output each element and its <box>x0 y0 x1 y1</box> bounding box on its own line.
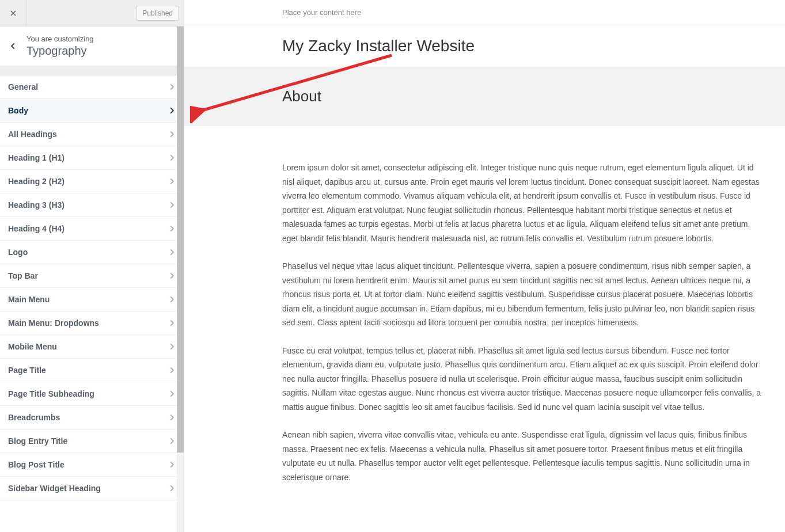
body-paragraph: Lorem ipsum dolor sit amet, consectetur … <box>282 161 762 245</box>
chevron-right-icon <box>168 248 176 256</box>
menu-item-label: Page Title Subheading <box>8 389 94 398</box>
scrollbar-thumb[interactable] <box>177 26 184 453</box>
site-title: My Zacky Installer Website <box>184 25 785 67</box>
menu-item-heading-2-h2[interactable]: Heading 2 (H2) <box>0 170 184 193</box>
sidebar-header: You are customizing Typography <box>0 26 184 66</box>
content-placeholder: Place your content here <box>184 0 785 25</box>
body-paragraph: Aenean nibh sapien, viverra vitae conval… <box>282 428 762 484</box>
menu-item-breadcrumbs[interactable]: Breadcrumbs <box>0 406 184 430</box>
menu-item-label: Body <box>8 106 28 115</box>
close-icon <box>9 9 18 18</box>
chevron-right-icon <box>168 366 176 374</box>
menu-item-top-bar[interactable]: Top Bar <box>0 264 184 288</box>
menu-item-blog-entry-title[interactable]: Blog Entry Title <box>0 430 184 453</box>
menu-item-page-title[interactable]: Page Title <box>0 359 184 382</box>
menu-item-label: General <box>8 82 38 92</box>
menu-item-label: Heading 4 (H4) <box>8 224 65 233</box>
chevron-right-icon <box>168 390 176 398</box>
menu-item-label: Breadcrumbs <box>8 413 60 422</box>
chevron-right-icon <box>168 107 176 115</box>
chevron-right-icon <box>168 83 176 91</box>
menu-item-main-menu-dropdowns[interactable]: Main Menu: Dropdowns <box>0 311 184 335</box>
publish-status-button[interactable]: Published <box>136 6 179 21</box>
menu-item-heading-4-h4[interactable]: Heading 4 (H4) <box>0 217 184 241</box>
menu-item-label: All Headings <box>8 130 57 139</box>
menu-item-label: Heading 3 (H3) <box>8 200 65 210</box>
menu-item-label: Main Menu: Dropdowns <box>8 318 99 328</box>
chevron-right-icon <box>168 437 176 445</box>
chevron-right-icon <box>168 154 176 162</box>
back-button[interactable] <box>0 42 26 50</box>
menu-item-label: Blog Entry Title <box>8 436 67 446</box>
menu-item-heading-1-h1[interactable]: Heading 1 (H1) <box>0 146 184 170</box>
scrollbar-track[interactable] <box>177 26 184 532</box>
chevron-right-icon <box>168 413 176 421</box>
chevron-right-icon <box>168 177 176 185</box>
chevron-right-icon <box>168 461 176 469</box>
body-paragraph: Fusce eu erat volutpat, tempus tellus et… <box>282 344 762 415</box>
menu-item-page-title-subheading[interactable]: Page Title Subheading <box>0 382 184 406</box>
menu-item-label: Main Menu <box>8 295 50 304</box>
chevron-right-icon <box>168 201 176 209</box>
sidebar-topbar: Published <box>0 0 184 26</box>
menu-item-label: Heading 2 (H2) <box>8 177 65 186</box>
body-content: Lorem ipsum dolor sit amet, consectetur … <box>184 126 785 521</box>
menu-item-label: Heading 1 (H1) <box>8 153 65 162</box>
menu-item-general[interactable]: General <box>0 75 184 99</box>
chevron-right-icon <box>168 130 176 138</box>
menu-item-label: Page Title <box>8 366 46 375</box>
sidebar-spacer <box>0 66 184 75</box>
menu-item-mobile-menu[interactable]: Mobile Menu <box>0 335 184 359</box>
menu-item-logo[interactable]: Logo <box>0 241 184 264</box>
menu-item-all-headings[interactable]: All Headings <box>0 123 184 146</box>
chevron-right-icon <box>168 225 176 233</box>
chevron-left-icon <box>9 42 17 50</box>
chevron-right-icon <box>168 319 176 327</box>
close-button[interactable] <box>0 0 26 26</box>
menu-item-label: Blog Post Title <box>8 460 65 469</box>
menu-item-label: Mobile Menu <box>8 342 57 351</box>
menu-item-label: Top Bar <box>8 271 38 280</box>
preview-pane: Place your content here My Zacky Install… <box>184 0 785 532</box>
menu-item-label: Logo <box>8 248 28 257</box>
menu-item-heading-3-h3[interactable]: Heading 3 (H3) <box>0 193 184 217</box>
section-title: Typography <box>26 44 177 58</box>
menu-item-blog-post-title[interactable]: Blog Post Title <box>0 453 184 477</box>
customizing-label: You are customizing <box>26 35 177 43</box>
customizer-sidebar: Published You are customizing Typography… <box>0 0 184 532</box>
chevron-right-icon <box>168 343 176 351</box>
page-title: About <box>282 88 785 105</box>
menu-item-main-menu[interactable]: Main Menu <box>0 288 184 311</box>
chevron-right-icon <box>168 484 176 492</box>
menu-item-body[interactable]: Body <box>0 99 184 123</box>
menu-item-sidebar-widget-heading[interactable]: Sidebar Widget Heading <box>0 477 184 500</box>
page-title-band: About <box>184 67 785 126</box>
chevron-right-icon <box>168 272 176 280</box>
menu-list: GeneralBodyAll HeadingsHeading 1 (H1)Hea… <box>0 75 184 532</box>
chevron-right-icon <box>168 295 176 303</box>
menu-item-label: Sidebar Widget Heading <box>8 484 101 493</box>
body-paragraph: Phasellus vel neque vitae lacus aliquet … <box>282 259 762 330</box>
